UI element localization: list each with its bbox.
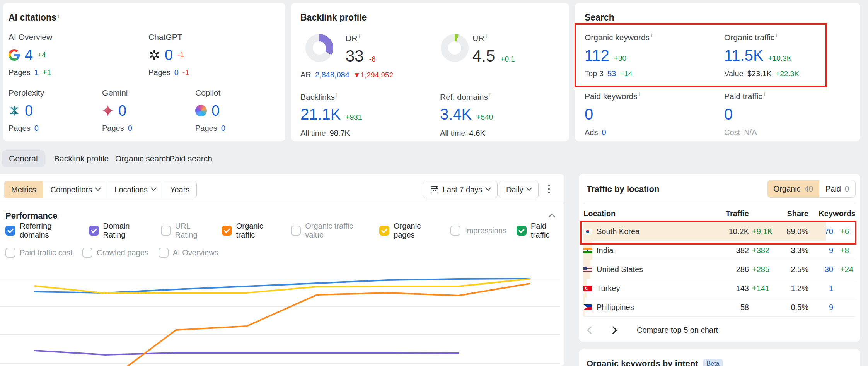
intent-panel-title: Organic keywords by intent: [587, 359, 698, 366]
organic-keywords-intent-panel: Organic keywords by intent Beta: [579, 349, 860, 366]
ai-overview-value[interactable]: 4: [25, 47, 33, 63]
flag-turkey-icon: [583, 286, 592, 291]
checkbox-icon: [159, 248, 169, 258]
metrics-button[interactable]: Metrics: [4, 181, 43, 198]
gemini-icon: [102, 105, 114, 116]
table-row-philippines[interactable]: Philippines 58 0.5% 9: [583, 298, 856, 317]
gemini-value[interactable]: 0: [118, 103, 126, 119]
checkbox-crawled-pages[interactable]: Crawled pages: [82, 248, 148, 258]
ref-domains-value[interactable]: 3.4K: [440, 105, 472, 123]
ur-donut: [441, 34, 469, 62]
checkbox-icon: [89, 226, 99, 236]
perplexity-value[interactable]: 0: [25, 103, 33, 119]
beta-badge: Beta: [703, 359, 723, 366]
prev-page-icon[interactable]: [587, 326, 595, 334]
granularity-dropdown[interactable]: Daily: [499, 181, 538, 198]
metric-ai-overview: AI Overview 4 +4 Pages1+1: [9, 32, 52, 77]
checkbox-icon: [291, 226, 301, 236]
compare-top5-link[interactable]: Compare top 5 on chart: [637, 326, 718, 335]
keywords-link[interactable]: 9: [812, 303, 833, 312]
more-options-kebab-icon[interactable]: [544, 185, 554, 193]
checkbox-organic-traffic-value[interactable]: Organic traffic value: [291, 222, 369, 239]
top3-value[interactable]: 53: [607, 69, 616, 78]
ur-delta: +0.1: [500, 55, 515, 63]
traffic-by-location-panel: Traffic by location Organic40 Paid0 Loca…: [579, 174, 860, 342]
keywords-link[interactable]: 1: [812, 284, 833, 293]
date-range-dropdown[interactable]: Last 7 days: [423, 181, 497, 198]
ai-citations-title: AI citations: [9, 12, 56, 22]
organic-traffic-value[interactable]: 11.5K: [724, 46, 764, 65]
copilot-value[interactable]: 0: [211, 103, 220, 119]
info-icon[interactable]: i: [651, 32, 652, 38]
info-icon[interactable]: i: [336, 92, 338, 98]
traffic-table-body: South Korea 10.2K +9.1K 89.0% 70 +6 Indi…: [583, 222, 856, 317]
info-icon[interactable]: i: [58, 14, 59, 19]
pages-value[interactable]: 0: [128, 124, 132, 133]
tab-backlink-profile[interactable]: Backlink profile: [47, 150, 116, 167]
perplexity-icon: [9, 105, 20, 116]
openai-icon: [148, 49, 160, 61]
google-g-icon: [9, 49, 20, 61]
checkbox-icon: [450, 226, 460, 236]
collapse-section-icon[interactable]: [549, 213, 555, 219]
checkbox-impressions[interactable]: Impressions: [450, 226, 506, 236]
ar-value[interactable]: 2,848,084: [315, 70, 350, 79]
tab-general[interactable]: General: [2, 150, 45, 167]
keywords-link[interactable]: 70: [812, 227, 833, 236]
metric-dr: DRi 33 -6: [346, 33, 376, 65]
organic-keywords-value[interactable]: 112: [585, 46, 609, 65]
toggle-paid[interactable]: Paid0: [819, 180, 855, 197]
table-row-turkey[interactable]: Turkey 143 +141 1.2% 1: [583, 279, 856, 298]
checkbox-organic-pages[interactable]: Organic pages: [379, 222, 440, 239]
checkbox-referring-domains[interactable]: Referring domains: [5, 222, 79, 239]
keywords-link[interactable]: 9: [812, 246, 833, 255]
checkbox-ai-overviews[interactable]: AI Overviews: [159, 248, 218, 258]
info-icon[interactable]: i: [776, 32, 777, 38]
chatgpt-value[interactable]: 0: [165, 47, 173, 63]
metric-ur: URi 4.5 +0.1: [472, 33, 515, 65]
info-icon[interactable]: i: [639, 91, 640, 97]
pages-value[interactable]: 0: [174, 68, 179, 77]
paid-traffic-value[interactable]: 0: [724, 105, 733, 123]
date-range-group: Last 7 days: [423, 181, 498, 198]
dr-value: 33: [346, 47, 364, 65]
competitors-dropdown[interactable]: Competitors: [43, 181, 107, 198]
next-page-icon[interactable]: [609, 326, 617, 334]
copilot-icon: [195, 105, 207, 116]
ads-value[interactable]: 0: [602, 128, 606, 137]
checkbox-url-rating[interactable]: URL Rating: [161, 222, 212, 239]
checkbox-icon: [379, 226, 389, 236]
checkbox-icon: [161, 226, 171, 236]
dr-donut: [305, 34, 333, 62]
backlinks-value[interactable]: 21.1K: [300, 105, 341, 123]
paid-keywords-value[interactable]: 0: [585, 105, 593, 123]
checkbox-paid-traffic-cost[interactable]: Paid traffic cost: [5, 248, 72, 258]
keywords-link[interactable]: 30: [812, 265, 833, 274]
flag-philippines-icon: [583, 304, 592, 310]
metric-perplexity: Perplexity 0 Pages0: [9, 88, 44, 133]
checkbox-paid-traffic[interactable]: Paid traffic: [517, 222, 564, 239]
checkbox-icon: [82, 248, 92, 258]
years-button[interactable]: Years: [163, 181, 196, 198]
table-row-india[interactable]: India 382 +382 3.3% 9 +8: [583, 241, 856, 260]
checkbox-icon: [222, 226, 232, 236]
chevron-down-icon: [151, 185, 157, 191]
locations-dropdown[interactable]: Locations: [107, 181, 163, 198]
table-row-south-korea[interactable]: South Korea 10.2K +9.1K 89.0% 70 +6: [583, 222, 856, 241]
checkbox-domain-rating[interactable]: Domain Rating: [89, 222, 151, 239]
ur-value: 4.5: [472, 47, 495, 65]
info-icon[interactable]: i: [359, 33, 360, 39]
info-icon[interactable]: i: [764, 91, 765, 97]
info-icon[interactable]: i: [489, 92, 491, 98]
table-row-united-states[interactable]: United States 286 +285 2.5% 30 +24: [583, 260, 856, 279]
tab-paid-search[interactable]: Paid search: [162, 150, 219, 167]
pages-value[interactable]: 0: [34, 124, 39, 133]
pages-value[interactable]: 0: [221, 124, 225, 133]
flag-south-korea-icon: [583, 229, 592, 234]
search-title: Search: [585, 12, 614, 23]
checkbox-organic-traffic[interactable]: Organic traffic: [222, 222, 281, 239]
toggle-organic[interactable]: Organic40: [767, 180, 819, 197]
info-icon[interactable]: i: [486, 33, 487, 39]
performance-title: Performance: [5, 211, 58, 221]
pages-value[interactable]: 1: [34, 68, 39, 77]
